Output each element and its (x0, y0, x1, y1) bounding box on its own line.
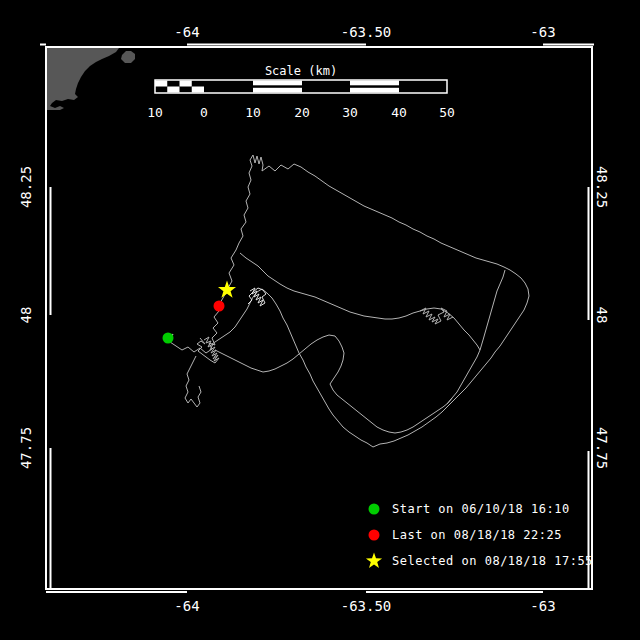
right-axis-label-4775: 47.75 (595, 427, 609, 469)
scale-label-20: 20 (294, 106, 310, 119)
map-canvas (0, 0, 640, 640)
top-axis-label-6350: -63.50 (341, 25, 392, 39)
track-path (168, 155, 529, 447)
scale-bar (155, 80, 447, 93)
legend-last-icon (369, 530, 380, 541)
scale-bar-title: Scale (km) (265, 65, 337, 77)
scale-label-30: 30 (342, 106, 358, 119)
land-polygon (46, 48, 135, 110)
scale-label-40: 40 (391, 106, 407, 119)
scale-label-0: 0 (200, 106, 208, 119)
legend-selected-icon (366, 553, 382, 568)
scale-label-50: 50 (439, 106, 455, 119)
left-axis-label-4775: 47.75 (19, 427, 33, 469)
bottom-axis-label-63: -63 (530, 599, 555, 613)
legend-last-label: Last on 08/18/18 22:25 (392, 529, 562, 541)
bottom-axis-label-64: -64 (174, 599, 199, 613)
legend-start-icon (369, 504, 380, 515)
selected-marker-icon (218, 281, 236, 298)
right-axis-label-4825: 48.25 (595, 166, 609, 208)
legend-selected-label: Selected on 08/18/18 17:55 (392, 555, 593, 567)
legend-start-label: Start on 06/10/18 16:10 (392, 503, 570, 515)
left-axis-label-48: 48 (19, 307, 33, 324)
start-marker-icon (163, 333, 174, 344)
tracking-map-window: -64 -63.50 -63 -64 -63.50 -63 48.25 48 4… (0, 0, 640, 640)
last-marker-icon (214, 301, 225, 312)
left-axis-label-4825: 48.25 (19, 166, 33, 208)
right-axis-label-48: 48 (595, 307, 609, 324)
bottom-axis-label-6350: -63.50 (341, 599, 392, 613)
scale-label-10l: 10 (147, 106, 163, 119)
top-axis-label-64: -64 (174, 25, 199, 39)
scale-label-10: 10 (245, 106, 261, 119)
top-axis-label-63: -63 (530, 25, 555, 39)
